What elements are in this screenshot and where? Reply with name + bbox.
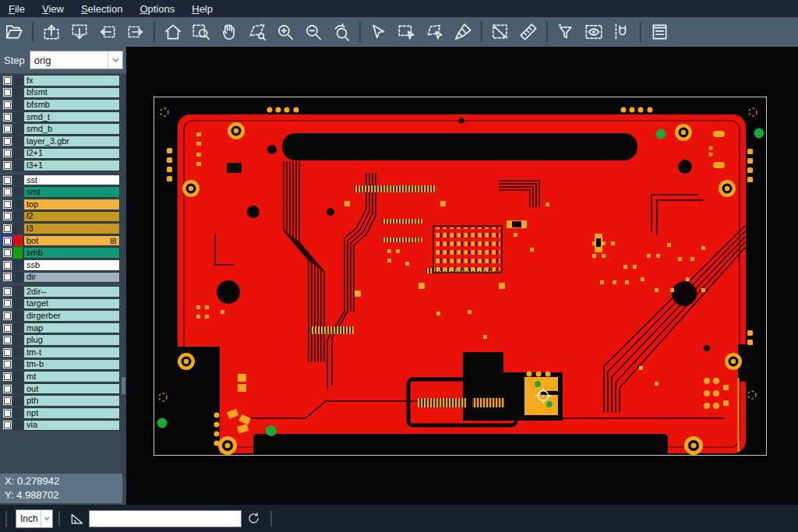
zoom-window-button[interactable]	[187, 19, 215, 44]
layer-row-smt[interactable]: smt	[2, 186, 120, 198]
view-visibility-button[interactable]	[580, 19, 608, 44]
move-left-button[interactable]	[94, 19, 122, 44]
unit-value: Inch	[16, 513, 38, 524]
layer-row-smd_t[interactable]: smd_t	[2, 111, 120, 123]
layer-checkbox[interactable]	[2, 75, 13, 86]
scrollbar-thumb[interactable]	[122, 377, 125, 394]
layer-checkbox[interactable]	[2, 111, 13, 123]
layer-checkbox[interactable]	[2, 322, 13, 334]
move-up-button[interactable]	[37, 19, 65, 44]
layer-checkbox[interactable]	[2, 259, 13, 271]
layer-checkbox[interactable]	[2, 359, 13, 371]
layer-row-l3+1[interactable]: l3+1	[2, 160, 120, 171]
layer-row-plug[interactable]: plug	[2, 334, 120, 346]
zoom-in-button[interactable]	[271, 19, 299, 44]
layer-checkbox[interactable]	[2, 247, 13, 259]
select-rectangle-button[interactable]	[393, 19, 421, 44]
layer-checkbox[interactable]	[2, 186, 13, 198]
measure-ruler-button[interactable]	[514, 19, 542, 44]
layer-color-swatch	[13, 371, 23, 382]
layer-row-smb[interactable]: smb	[2, 247, 120, 259]
layer-checkbox[interactable]	[2, 298, 13, 310]
layer-row-sst[interactable]: sst	[2, 174, 120, 186]
paint-brush-button[interactable]	[449, 19, 477, 44]
layer-row-dirgerber[interactable]: dirgerber	[2, 310, 120, 322]
layer-checkbox[interactable]	[2, 174, 13, 186]
layer-row-map[interactable]: map	[2, 322, 120, 334]
layer-checkbox[interactable]	[2, 235, 13, 247]
layer-checkbox[interactable]	[2, 407, 13, 419]
select-polygon-button[interactable]	[421, 19, 449, 44]
layer-row-target[interactable]: target	[2, 298, 120, 310]
layer-checkbox[interactable]	[2, 272, 13, 284]
menu-file[interactable]: File	[0, 2, 34, 16]
layer-row-smd_b[interactable]: smd_b	[2, 123, 120, 135]
layer-checkbox[interactable]	[2, 223, 13, 234]
layer-checkbox[interactable]	[2, 371, 13, 382]
zoom-previous-button[interactable]	[327, 19, 355, 44]
layer-row-l2+1[interactable]: l2+1	[2, 148, 120, 160]
report-panel-button[interactable]	[645, 19, 673, 44]
menu-view[interactable]: View	[34, 2, 72, 16]
layer-color-swatch	[13, 407, 23, 419]
layer-row-l3[interactable]: l3	[2, 223, 120, 234]
layer-color-swatch	[13, 235, 23, 247]
menu-selection[interactable]: Selection	[72, 2, 131, 16]
layer-checkbox[interactable]	[2, 199, 13, 210]
refresh-button[interactable]	[242, 508, 265, 530]
menu-options[interactable]: Options	[131, 2, 183, 16]
zoom-polygon-icon	[247, 22, 267, 42]
layer-scrollbar[interactable]	[121, 75, 126, 477]
home-view-button[interactable]	[159, 19, 187, 44]
layer-row-ssb[interactable]: ssb	[2, 259, 120, 271]
pcb-viewport[interactable]	[126, 47, 798, 505]
layer-checkbox[interactable]	[2, 286, 13, 298]
unit-select[interactable]: Inch	[16, 509, 53, 528]
layer-row-dir[interactable]: dir	[2, 272, 120, 284]
layer-checkbox[interactable]	[2, 420, 13, 432]
layer-checkbox[interactable]	[2, 211, 13, 223]
layer-row-layer_3.gbr[interactable]: layer_3.gbr	[2, 136, 120, 147]
layer-row-2dir--[interactable]: 2dir--	[2, 286, 120, 298]
layer-checkbox[interactable]	[2, 334, 13, 346]
layer-label: dir	[23, 272, 120, 284]
layer-checkbox[interactable]	[2, 310, 13, 322]
layer-row-bot[interactable]: bot⊞	[2, 235, 120, 247]
move-down-button[interactable]	[65, 19, 94, 44]
layer-row-l2[interactable]: l2	[2, 211, 120, 223]
layer-row-bfsmb[interactable]: bfsmb	[2, 99, 120, 111]
layer-row-top[interactable]: top	[2, 199, 120, 210]
layer-row-mt[interactable]: mt	[2, 371, 120, 382]
open-file-button[interactable]	[0, 19, 28, 44]
pan-button[interactable]	[215, 19, 243, 44]
snap-magnet-button[interactable]	[608, 19, 636, 44]
layer-row-out[interactable]: out	[2, 383, 120, 395]
angle-measure-button[interactable]	[65, 508, 89, 530]
select-cursor-button[interactable]	[365, 19, 393, 44]
layer-row-via[interactable]: via	[2, 420, 120, 432]
layer-checkbox[interactable]	[2, 87, 13, 99]
layer-row-pth[interactable]: pth	[2, 395, 120, 407]
layer-row-bfsmt[interactable]: bfsmt	[2, 87, 120, 99]
layer-checkbox[interactable]	[2, 160, 13, 171]
zoom-out-button[interactable]	[299, 19, 327, 44]
layer-checkbox[interactable]	[2, 136, 13, 147]
layer-checkbox[interactable]	[2, 383, 13, 395]
layer-row-tm-b[interactable]: tm-b	[2, 359, 120, 371]
layer-row-tm-t[interactable]: tm-t	[2, 347, 120, 358]
menu-help[interactable]: Help	[183, 2, 221, 16]
layer-checkbox[interactable]	[2, 99, 13, 111]
layer-checkbox[interactable]	[2, 123, 13, 135]
zoom-polygon-button[interactable]	[243, 19, 271, 44]
layer-checkbox[interactable]	[2, 395, 13, 407]
move-right-button[interactable]	[122, 19, 150, 44]
layer-row-npt[interactable]: npt	[2, 407, 120, 419]
layer-row-fx[interactable]: fx	[2, 75, 120, 86]
layer-checkbox[interactable]	[2, 347, 13, 358]
layer-checkbox[interactable]	[2, 148, 13, 160]
step-select[interactable]: orig	[30, 51, 123, 69]
filter-button[interactable]	[552, 19, 580, 44]
layer-color-swatch	[13, 75, 23, 86]
command-input[interactable]	[89, 510, 242, 527]
measure-distance-button[interactable]	[486, 19, 514, 44]
